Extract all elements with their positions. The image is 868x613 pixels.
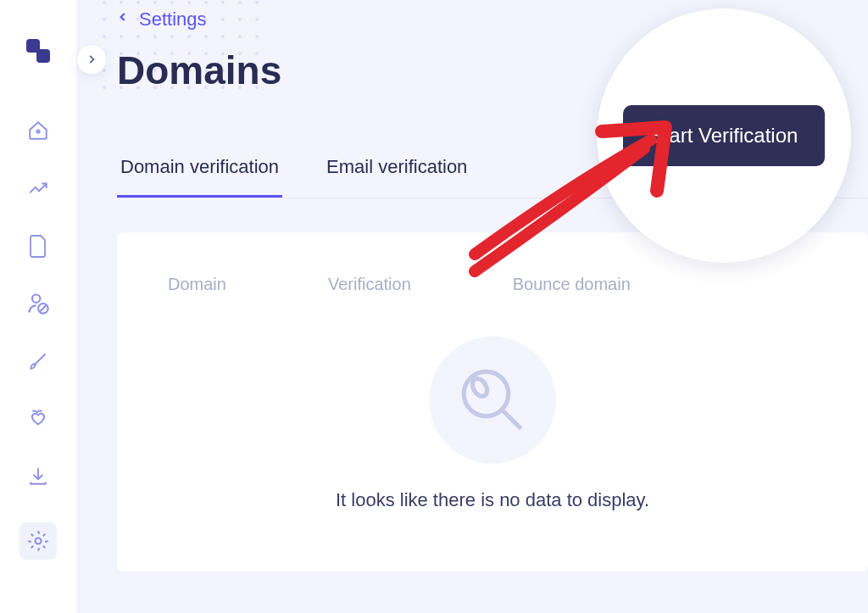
tab-domain-verification[interactable]: Domain verification bbox=[117, 144, 282, 198]
brush-icon[interactable] bbox=[26, 349, 50, 373]
svg-line-10 bbox=[502, 410, 521, 429]
file-icon[interactable] bbox=[26, 234, 50, 258]
heart-stack-icon[interactable] bbox=[26, 407, 50, 431]
column-header-verification: Verification bbox=[328, 275, 411, 294]
column-header-bounce: Bounce domain bbox=[513, 275, 631, 294]
breadcrumb-label[interactable]: Settings bbox=[139, 8, 207, 31]
settings-icon[interactable] bbox=[19, 522, 57, 560]
svg-point-11 bbox=[470, 376, 490, 399]
expand-sidebar-button[interactable] bbox=[76, 44, 107, 75]
user-remove-icon[interactable] bbox=[26, 292, 50, 315]
svg-point-8 bbox=[36, 538, 42, 544]
tab-email-verification[interactable]: Email verification bbox=[323, 144, 470, 198]
column-header-domain: Domain bbox=[168, 275, 226, 294]
content-card: Domain Verification Bounce domain It loo… bbox=[117, 232, 868, 571]
svg-rect-3 bbox=[36, 49, 50, 63]
svg-point-4 bbox=[36, 130, 39, 132]
action-highlight-circle: Start Verification bbox=[597, 8, 851, 263]
chevron-left-icon bbox=[117, 8, 129, 31]
empty-state: It looks like there is no data to displa… bbox=[168, 337, 817, 511]
magnifier-icon bbox=[429, 337, 556, 464]
app-logo bbox=[21, 34, 55, 68]
svg-line-7 bbox=[40, 305, 46, 311]
download-icon[interactable] bbox=[26, 465, 50, 488]
start-verification-button[interactable]: Start Verification bbox=[623, 105, 826, 166]
analytics-icon[interactable] bbox=[26, 176, 50, 200]
table-header-row: Domain Verification Bounce domain bbox=[168, 275, 817, 294]
main-content: Settings Domains Start Verification Doma… bbox=[76, 0, 868, 613]
empty-state-message: It looks like there is no data to displa… bbox=[336, 489, 649, 511]
svg-point-5 bbox=[32, 295, 40, 303]
home-icon[interactable] bbox=[26, 119, 50, 142]
sidebar bbox=[0, 0, 76, 613]
